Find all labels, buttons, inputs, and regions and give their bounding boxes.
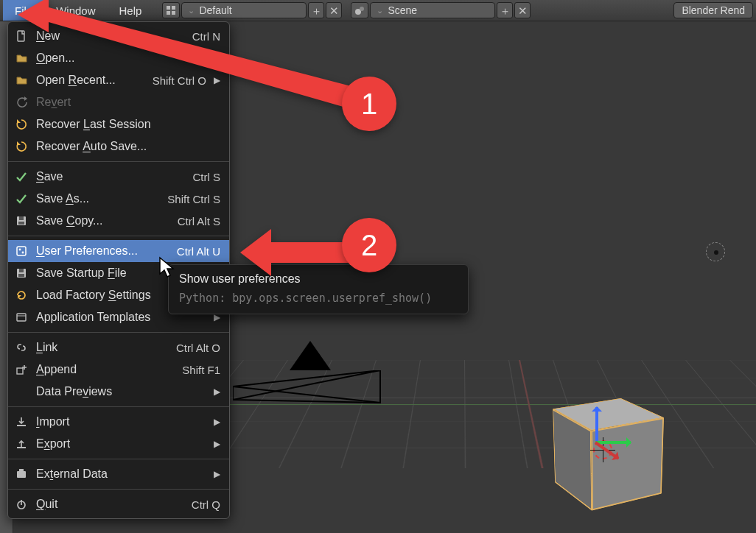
menu-separator xyxy=(8,406,229,407)
svg-rect-11 xyxy=(19,216,24,220)
chevron-right-icon: ▶ xyxy=(214,469,220,479)
file-menu-item-7[interactable]: Save As...Shift Ctrl S xyxy=(8,188,229,210)
file-menu-item-19[interactable]: QuitCtrl Q xyxy=(8,493,229,515)
layout-dropdown-label: Default xyxy=(199,4,231,16)
scene-remove-button[interactable]: ✕ xyxy=(514,2,531,18)
close-icon: ✕ xyxy=(329,5,339,16)
check-icon xyxy=(14,191,29,206)
menu-item-label: Open Recent... xyxy=(36,74,145,87)
svg-rect-19 xyxy=(17,314,26,321)
svg-rect-17 xyxy=(19,269,24,272)
menu-item-label: Revert xyxy=(36,96,220,109)
file-menu-item-1[interactable]: Open...Ctrl O xyxy=(8,47,229,69)
menu-item-label: Data Previews xyxy=(36,385,206,398)
import-icon xyxy=(14,414,29,429)
file-menu-item-13[interactable]: LinkCtrl Alt O xyxy=(8,336,229,359)
menu-window[interactable]: Window xyxy=(44,0,107,21)
chevron-right-icon: ▶ xyxy=(214,386,220,397)
close-icon: ✕ xyxy=(518,5,528,16)
power-icon xyxy=(14,497,29,512)
menu-window-label: Window xyxy=(56,4,95,17)
scene-dropdown[interactable]: ⌄ Scene xyxy=(370,2,495,18)
layout-grid-icon[interactable] xyxy=(162,2,180,18)
layout-add-button[interactable]: ＋ xyxy=(308,2,324,18)
menu-item-shortcut: Shift Ctrl O xyxy=(153,74,206,87)
file-menu-item-16[interactable]: Import▶ xyxy=(8,411,229,433)
file-menu-item-5[interactable]: Recover Auto Save... xyxy=(8,135,229,158)
3d-cursor-icon xyxy=(593,440,612,459)
menu-item-shortcut: Ctrl Alt O xyxy=(176,342,220,354)
tooltip-title: Show user preferences xyxy=(179,272,458,286)
scene-add-button[interactable]: ＋ xyxy=(497,2,513,18)
file-menu-item-3: Revert xyxy=(8,91,229,113)
menu-separator xyxy=(8,459,229,459)
menu-item-label: Save As... xyxy=(36,192,160,205)
menu-item-label: Save xyxy=(36,170,186,183)
file-menu-item-6[interactable]: SaveCtrl S xyxy=(8,166,229,188)
scene-selector-group: ⌄ Scene ＋ ✕ xyxy=(351,2,531,18)
menu-item-shortcut: Ctrl Alt S xyxy=(178,215,220,227)
lamp-object xyxy=(706,242,725,261)
menu-file[interactable]: File xyxy=(3,0,44,21)
file-menu-item-17[interactable]: Export▶ xyxy=(8,433,229,455)
svg-rect-25 xyxy=(19,469,24,471)
file-menu-item-0[interactable]: NewCtrl N xyxy=(8,25,229,47)
renderer-dropdown[interactable]: Blender Rend xyxy=(673,2,753,18)
none xyxy=(14,384,29,399)
plus-icon: ＋ xyxy=(311,5,322,16)
svg-point-15 xyxy=(22,252,24,254)
factory-icon xyxy=(14,288,29,303)
menu-item-label: Link xyxy=(36,341,169,354)
file-menu-item-9[interactable]: User Preferences...Ctrl Alt U xyxy=(8,240,229,262)
scene-dropdown-label: Scene xyxy=(388,4,417,16)
svg-rect-21 xyxy=(17,368,23,374)
svg-rect-24 xyxy=(17,471,26,478)
svg-point-14 xyxy=(19,249,21,251)
svg-rect-12 xyxy=(18,222,24,225)
menu-separator xyxy=(8,489,229,490)
menu-item-label: External Data xyxy=(36,467,206,481)
svg-rect-23 xyxy=(17,447,26,448)
layout-dropdown[interactable]: ⌄ Default xyxy=(181,2,307,18)
file-menu-item-15[interactable]: Data Previews▶ xyxy=(8,381,229,403)
file-menu-item-18[interactable]: External Data▶ xyxy=(8,463,229,485)
tooltip: Show user preferences Python: bpy.ops.sc… xyxy=(168,264,469,314)
revert-icon xyxy=(14,95,29,110)
menu-item-label: User Preferences... xyxy=(36,244,169,258)
menu-item-label: Recover Last Session xyxy=(36,118,220,131)
link-icon xyxy=(14,340,29,355)
disk-icon xyxy=(14,266,29,280)
chevron-right-icon: ▶ xyxy=(214,417,220,427)
export-icon xyxy=(14,437,29,451)
menu-item-label: Save Startup File xyxy=(36,266,185,280)
file-menu-item-8[interactable]: Save Copy...Ctrl Alt S xyxy=(8,210,229,232)
menubar: File Window Help xyxy=(3,0,153,21)
svg-rect-13 xyxy=(17,247,26,255)
file-menu-item-2[interactable]: Open Recent...Shift Ctrl O▶ xyxy=(8,69,229,91)
recover-icon xyxy=(14,117,29,132)
layout-remove-button[interactable]: ✕ xyxy=(326,2,342,18)
svg-rect-22 xyxy=(17,425,26,426)
chevron-right-icon: ▶ xyxy=(214,75,220,85)
menu-item-label: Append xyxy=(36,363,175,376)
menu-item-shortcut: Ctrl N xyxy=(192,30,220,43)
disk-icon xyxy=(14,213,29,228)
prefs-icon xyxy=(14,244,29,258)
recover-icon xyxy=(14,139,29,154)
app-header: File Window Help ⌄ Default ＋ ✕ ⌄ Scene ＋… xyxy=(0,0,756,21)
svg-point-5 xyxy=(360,7,364,11)
svg-rect-1 xyxy=(172,6,175,10)
menu-separator xyxy=(8,161,229,162)
menu-separator xyxy=(8,332,229,333)
file-menu-item-14[interactable]: AppendShift F1 xyxy=(8,359,229,381)
scene-icon[interactable] xyxy=(351,2,368,18)
svg-rect-0 xyxy=(167,6,170,10)
menu-separator xyxy=(8,236,229,236)
file-menu-item-4[interactable]: Recover Last Session xyxy=(8,113,229,135)
external-icon xyxy=(14,467,29,481)
svg-rect-2 xyxy=(167,11,170,15)
menu-help[interactable]: Help xyxy=(108,0,154,21)
layout-selector-group: ⌄ Default ＋ ✕ xyxy=(162,2,342,18)
doc-icon xyxy=(14,29,29,43)
menu-help-label: Help xyxy=(119,4,142,17)
